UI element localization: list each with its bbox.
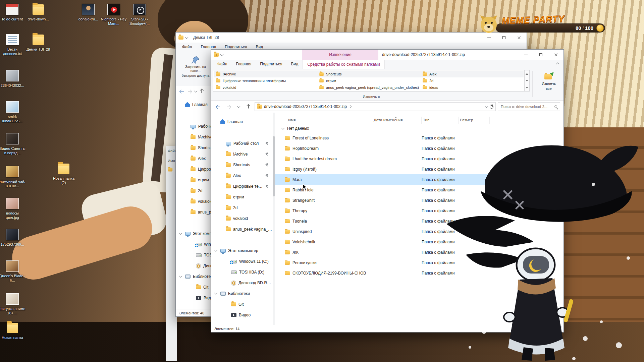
sidebar-item-libraries[interactable]: Библиотеки [211, 288, 273, 299]
desktop-icon[interactable]: smirk lunak115S... [0, 100, 26, 123]
chevron-down-icon[interactable] [194, 89, 198, 93]
tab-file[interactable]: Файл [213, 60, 232, 69]
file-row[interactable]: ЖКПапка с файлами [275, 247, 492, 257]
column-header-size[interactable]: Размер [459, 117, 490, 124]
extract-destination-gallery[interactable]: !Archive Shortcuts Alex Цифровые техноло… [213, 70, 530, 92]
back-button[interactable] [214, 103, 222, 111]
desktop-icon[interactable]: Новая папка (2) [50, 162, 77, 185]
sidebar-item-git[interactable]: Git [211, 299, 273, 310]
title-bar[interactable]: Демки ТВГ 28 [176, 33, 527, 43]
search-box[interactable] [498, 102, 560, 111]
collapse-ribbon-icon[interactable] [556, 63, 559, 66]
group-header[interactable]: Нет данных [275, 124, 564, 133]
column-header-date[interactable]: Дата изменения [372, 117, 422, 124]
up-button[interactable] [245, 103, 253, 111]
sidebar-item-this-pc[interactable]: Этот компьютер [211, 245, 273, 256]
sidebar-item-home[interactable]: Главная [211, 117, 273, 127]
more-options-icon[interactable] [526, 87, 528, 88]
file-row[interactable]: Rabbit HoleПапка с файлами [275, 185, 492, 195]
file-row[interactable]: РеголитушкиПапка с файлами [275, 257, 492, 268]
tab-file[interactable]: Файл [178, 43, 197, 52]
column-header-name[interactable]: Имя [275, 117, 372, 124]
desktop-icon[interactable]: Stan+SB - Smudge+(... [126, 3, 153, 26]
sidebar-item-alex[interactable]: Alex [211, 170, 273, 181]
column-header-type[interactable]: Тип [422, 117, 459, 124]
file-row[interactable]: TherapyПапка с файлами [275, 205, 492, 216]
back-icon[interactable] [180, 89, 184, 94]
sidebar-item-shortcuts[interactable]: Shortcuts [211, 160, 273, 170]
sidebar-item-desktop[interactable]: Рабочий стол [211, 138, 273, 149]
minimize-button[interactable] [481, 33, 496, 43]
sidebar-item-drive-c[interactable]: Windows 11 (C:) [211, 256, 273, 267]
file-row[interactable]: StrangeShiftПапка с файлами [275, 195, 492, 205]
navigation-pane[interactable]: Главная Рабочий стол !Archive Shortcuts … [211, 113, 273, 325]
destination-item[interactable]: Цифровые технологии и платформы [214, 77, 317, 84]
up-icon[interactable] [200, 89, 204, 94]
chevron-down-icon[interactable] [179, 274, 182, 278]
desktop-icon[interactable]: фигурка аниме 18+ ... [0, 292, 26, 315]
scroll-up-icon[interactable] [526, 73, 528, 75]
explorer-window-front[interactable]: Извлечение drive-download-20250727T13591… [211, 49, 564, 333]
maximize-button[interactable] [496, 33, 512, 43]
sidebar-item-drive-e[interactable]: Дисковод BD-ROM (E:) [211, 278, 273, 288]
gallery-scroll-arrows[interactable] [524, 70, 529, 91]
sidebar-item-video[interactable]: Видео [211, 310, 273, 320]
chevron-down-icon[interactable] [214, 248, 218, 252]
sidebar-item-drive-d[interactable]: TOSHIBA (D:) [211, 267, 273, 278]
breadcrumb-path[interactable]: drive-download-20250727T135914Z-1-002.zi… [264, 104, 347, 109]
sidebar-item-digital[interactable]: Цифровые технологии и платформы [211, 181, 273, 192]
destination-item[interactable]: Shortcuts [317, 71, 420, 77]
sidebar-item-2d[interactable]: 2d [211, 202, 273, 213]
file-row[interactable]: СКОТОУБЛЮДИЯ-2199-ВОИНЫ-СНОВПапка с файл… [275, 268, 492, 278]
destination-item[interactable]: anus_peek vagina_peek (spread_vagina_und… [317, 84, 420, 91]
sidebar-scrollbar[interactable] [273, 113, 275, 325]
thumbnail-view-button[interactable] [556, 326, 561, 331]
minimize-button[interactable] [518, 50, 533, 60]
pin-to-quick-access-button[interactable]: Закрепить на пане... быстрого доступа [180, 54, 211, 84]
tab-view[interactable]: Вид [286, 60, 303, 69]
desktop-icon[interactable]: Видео Саня ты в поряд... [0, 132, 26, 155]
desktop-icon[interactable]: Вести дневник.txt [0, 33, 26, 56]
file-row[interactable]: VololshebnikПапка с файлами [275, 237, 492, 247]
list-view-button[interactable] [550, 326, 555, 331]
sidebar-item-stream[interactable]: стрим [211, 192, 273, 202]
search-input[interactable] [498, 103, 560, 111]
destination-item[interactable]: !Archive [214, 71, 317, 77]
extract-all-button[interactable]: Извлечь все [535, 71, 562, 98]
file-row[interactable]: UninspiredПапка с файлами [275, 226, 492, 237]
address-dropdown-icon[interactable] [485, 105, 488, 108]
destination-item[interactable]: стрим [317, 77, 420, 84]
file-row[interactable]: HopIntoDreamПапка с файлами [275, 143, 492, 154]
desktop-icon[interactable]: 2364043032... [0, 69, 26, 88]
chevron-down-icon[interactable] [214, 291, 218, 295]
desktop-icon[interactable]: drive-down... [25, 3, 52, 21]
chevron-down-icon[interactable] [220, 53, 224, 56]
forward-icon[interactable] [187, 89, 192, 94]
close-button[interactable] [512, 33, 527, 43]
scroll-down-icon[interactable] [526, 80, 528, 81]
close-button[interactable] [548, 50, 564, 60]
recent-locations-button[interactable] [234, 103, 243, 111]
file-row[interactable]: TuonelaПапка с файлами [275, 216, 492, 226]
desktop-icon[interactable]: 1752937369... [0, 228, 26, 247]
desktop-icon[interactable]: Nightcore - Hey Mam... [100, 3, 127, 26]
file-row-selected[interactable]: MaraПапка с файлами [275, 174, 492, 185]
destination-item[interactable]: vokaloid [214, 84, 317, 91]
desktop-icon[interactable]: To do current [0, 3, 25, 21]
chevron-down-icon[interactable] [185, 36, 189, 39]
title-bar[interactable]: Извлечение drive-download-20250727T13591… [211, 50, 564, 60]
breadcrumb[interactable]: drive-download-20250727T135914Z-1-002.zi… [255, 102, 496, 111]
file-row[interactable]: Forest of LonelinessПапка с файлами [275, 133, 492, 143]
scrollbar-thumb[interactable] [273, 136, 275, 196]
maximize-button[interactable] [533, 50, 548, 60]
file-row[interactable]: Izgoy (Изгой)Папка с файлами [275, 164, 492, 174]
desktop-icon[interactable]: Новая папка [0, 321, 26, 340]
destination-item[interactable]: ideas [420, 84, 524, 91]
sidebar-item-vokaloid[interactable]: vokaloid [211, 213, 273, 224]
sidebar-item-anus-peek[interactable]: anus_peek vagina_peek (spread_vagina_und… [211, 224, 273, 235]
desktop-icon[interactable]: волосы цвет.jpg [0, 197, 26, 220]
desktop-icon[interactable]: Queen's Blade - Ir... [0, 259, 26, 283]
forward-button[interactable] [224, 103, 232, 111]
destination-item[interactable]: Alex [420, 71, 524, 77]
destination-item[interactable]: 2d [420, 77, 524, 84]
